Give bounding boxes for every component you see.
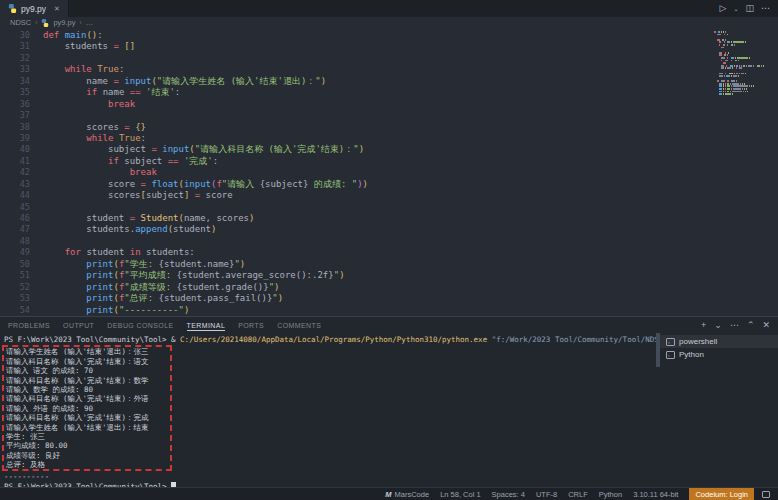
marscode-status[interactable]: MMarsCode [385, 490, 429, 499]
panel-tab-problems[interactable]: PROBLEMS [8, 320, 50, 330]
tab-label: py9.py [21, 4, 46, 14]
eol-sequence[interactable]: CRLF [568, 490, 588, 499]
minimap-line [714, 75, 764, 77]
minimap-line [714, 52, 764, 54]
code-text: if name == '结束': [43, 87, 180, 98]
line-number: 47 [0, 224, 30, 235]
line-number: 31 [0, 41, 30, 52]
breadcrumb[interactable]: NDSC›py9.py›… [0, 17, 778, 28]
code-line: 36 break [0, 99, 778, 110]
terminal-line: 请输入科目名称 (输入'完成'结束)：完成 [6, 413, 170, 422]
code-text: while True: [43, 133, 146, 144]
line-number: 42 [0, 167, 30, 178]
minimap-line [714, 31, 764, 33]
python-interpreter[interactable]: 3.10.11 64-bit [633, 490, 678, 499]
red-annotation-box: 请输入学生姓名 (输入'结束'退出)：张三请输入科目名称 (输入'完成'结束)：… [2, 345, 172, 471]
code-editor[interactable]: 30def main():31 students = []3233 while … [0, 28, 778, 316]
line-number: 35 [0, 87, 30, 98]
editor-actions: ▷⌄◫⋯ [720, 0, 778, 17]
cursor-position[interactable]: Ln 58, Col 1 [440, 490, 480, 499]
code-text: name = input("请输入学生姓名 (输入'结束'退出)：") [43, 76, 326, 87]
run-icon[interactable]: ▷ [720, 4, 727, 13]
line-number: 41 [0, 156, 30, 167]
code-line: 37 [0, 110, 778, 121]
breadcrumb-item[interactable]: … [86, 18, 94, 27]
panel-tab-comments[interactable]: COMMENTS [277, 320, 321, 330]
line-number: 48 [0, 236, 30, 247]
python-icon [8, 4, 17, 13]
more-actions-icon[interactable]: ⋯ [761, 4, 770, 13]
terminal-line: 请输入科目名称 (输入'完成'结束)：外语 [6, 394, 170, 403]
minimap-line [714, 34, 764, 36]
launch-profile-icon[interactable]: ⌄ [714, 321, 722, 330]
terminal-line: 成绩等级: 良好 [6, 451, 170, 460]
maximize-panel-icon[interactable]: ⌃ [747, 321, 755, 330]
code-text: for student in students: [43, 247, 195, 258]
scrollbar-slider[interactable] [656, 333, 660, 367]
run-dropdown[interactable]: ⌄ [733, 6, 738, 12]
code-line: 47 students.append(student) [0, 224, 778, 235]
breadcrumb-item[interactable]: py9.py [53, 18, 75, 27]
code-text: score = float(input(f"请输入 {subject} 的成绩:… [43, 179, 368, 190]
code-line: 30def main(): [0, 30, 778, 41]
panel-tab-debug-console[interactable]: DEBUG CONSOLE [107, 320, 173, 330]
minimap-line [714, 65, 764, 67]
code-line: 50 print(f"学生: {student.name}") [0, 259, 778, 270]
minimap-line [714, 83, 764, 85]
terminal-session-powershell[interactable]: ›powershell [660, 335, 778, 348]
close-panel-icon[interactable]: ✕ [762, 321, 770, 330]
code-line: 43 score = float(input(f"请输入 {subject} 的… [0, 179, 778, 190]
terminal-line: 请输入科目名称 (输入'完成'结束)：数学 [6, 376, 170, 385]
code-line: 42 break [0, 167, 778, 178]
minimap-line [714, 80, 764, 82]
code-line: 41 if subject == '完成': [0, 156, 778, 167]
line-number: 44 [0, 190, 30, 201]
terminal-icon: › [666, 351, 675, 359]
code-lines: 30def main():31 students = []3233 while … [0, 28, 778, 316]
breadcrumb-separator: › [35, 19, 37, 26]
vscode-window: py9.py ✕ ▷⌄◫⋯ NDSC›py9.py›… 30def main()… [0, 0, 778, 500]
code-line: 40 subject = input("请输入科目名称 (输入'完成'结束)："… [0, 144, 778, 155]
split-editor-icon[interactable]: ◫ [745, 4, 754, 13]
new-terminal-icon[interactable]: + [701, 321, 706, 330]
code-text: def main(): [43, 30, 103, 41]
close-tab-icon[interactable]: ✕ [54, 5, 60, 13]
panel-tab-ports[interactable]: PORTS [238, 320, 264, 330]
terminal-output[interactable]: PS F:\Work\2023 Tool\Community\Tool> & C… [0, 333, 656, 487]
line-number: 36 [0, 99, 30, 110]
code-line: 51 print(f"平均成绩: {student.average_score(… [0, 270, 778, 281]
panel-tab-output[interactable]: OUTPUT [63, 320, 94, 330]
code-line: 33 while True: [0, 64, 778, 75]
line-number: 34 [0, 76, 30, 87]
python-icon [41, 19, 49, 27]
code-line: 39 while True: [0, 133, 778, 144]
terminal-session-label: powershell [679, 337, 717, 346]
language-mode[interactable]: Python [599, 490, 622, 499]
editor-tab-bar: py9.py ✕ ▷⌄◫⋯ [0, 0, 778, 17]
minimap-line [714, 49, 764, 51]
line-number: 54 [0, 305, 30, 316]
terminal-line: 总评: 及格 [6, 460, 170, 469]
line-number: 32 [0, 53, 30, 64]
terminal-line: 请输入学生姓名 (输入'结束'退出)：结束 [6, 423, 170, 432]
views-more-icon[interactable]: ⋯ [730, 321, 739, 330]
line-number: 51 [0, 270, 30, 281]
indentation[interactable]: Spaces: 4 [492, 490, 525, 499]
breadcrumb-separator: › [80, 19, 82, 26]
feedback-icon[interactable] [762, 491, 770, 498]
minimap-line [714, 73, 764, 75]
panel-body: PS F:\Work\2023 Tool\Community\Tool> & C… [0, 333, 778, 487]
code-line: 34 name = input("请输入学生姓名 (输入'结束'退出)：") [0, 76, 778, 87]
panel-tab-terminal[interactable]: TERMINAL [187, 320, 226, 331]
codeium-login[interactable]: Codeium: Login [689, 488, 754, 500]
terminal-scrollbar[interactable] [656, 333, 660, 487]
minimap-line [714, 60, 764, 62]
minimap[interactable] [714, 31, 764, 96]
terminal-session-python[interactable]: ›Python [660, 348, 778, 361]
encoding[interactable]: UTF-8 [536, 490, 557, 499]
code-text: students = [] [43, 41, 135, 52]
code-line: 45 [0, 202, 778, 213]
terminal-session-label: Python [679, 350, 704, 359]
tab-py9[interactable]: py9.py ✕ [0, 0, 69, 17]
breadcrumb-item[interactable]: NDSC [10, 18, 31, 27]
